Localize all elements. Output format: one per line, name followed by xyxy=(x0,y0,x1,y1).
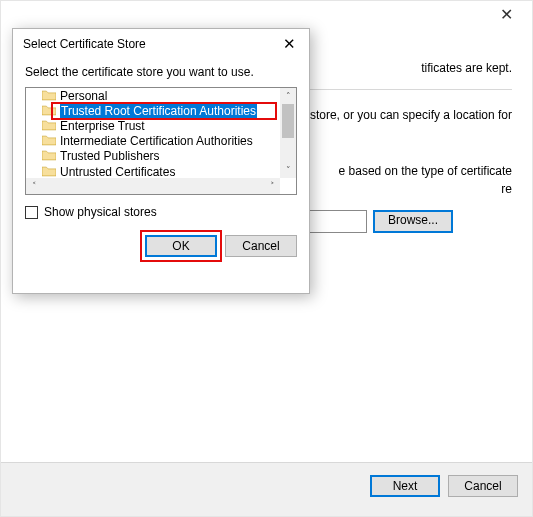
wizard-close-button[interactable]: ✕ xyxy=(486,3,526,27)
ok-button[interactable]: OK xyxy=(145,235,217,257)
vertical-scrollbar[interactable]: ˄ ˅ xyxy=(280,88,296,178)
tree-item[interactable]: Enterprise Trust xyxy=(26,118,280,133)
folder-icon xyxy=(42,105,56,116)
select-certificate-store-dialog: Select Certificate Store ✕ Select the ce… xyxy=(12,28,310,294)
folder-icon xyxy=(42,166,56,177)
tree-item[interactable]: Untrusted Certificates xyxy=(26,164,280,178)
dialog-titlebar: Select Certificate Store ✕ xyxy=(13,29,309,59)
folder-icon xyxy=(42,120,56,131)
tree-item[interactable]: Personal xyxy=(26,88,280,103)
dialog-cancel-button[interactable]: Cancel xyxy=(225,235,297,257)
scroll-up-icon[interactable]: ˄ xyxy=(280,88,296,104)
folder-icon xyxy=(42,90,56,101)
wizard-cancel-button[interactable]: Cancel xyxy=(448,475,518,497)
next-button[interactable]: Next xyxy=(370,475,440,497)
horizontal-scrollbar[interactable]: ˂ ˃ xyxy=(26,178,280,194)
tree-item-label: Enterprise Trust xyxy=(60,119,145,133)
dialog-instruction: Select the certificate store you want to… xyxy=(13,59,309,87)
scroll-right-icon[interactable]: ˃ xyxy=(264,178,280,194)
show-physical-stores-row: Show physical stores xyxy=(25,205,297,219)
scroll-left-icon[interactable]: ˂ xyxy=(26,178,42,194)
tree-item-label: Personal xyxy=(60,89,107,103)
folder-icon xyxy=(42,135,56,146)
dialog-close-button[interactable]: ✕ xyxy=(275,35,303,53)
show-physical-stores-label: Show physical stores xyxy=(44,205,157,219)
dialog-button-row: OK Cancel xyxy=(13,219,309,257)
tree-item[interactable]: Trusted Publishers xyxy=(26,148,280,163)
browse-button[interactable]: Browse... xyxy=(373,210,453,233)
tree-item-label: Intermediate Certification Authorities xyxy=(60,134,253,148)
tree-viewport[interactable]: PersonalTrusted Root Certification Autho… xyxy=(26,88,280,178)
tree-item-label: Trusted Root Certification Authorities xyxy=(60,104,257,118)
wizard-titlebar: ✕ xyxy=(1,1,532,31)
tree-item-label: Trusted Publishers xyxy=(60,149,160,163)
tree-item[interactable]: Trusted Root Certification Authorities xyxy=(26,103,280,118)
scroll-down-icon[interactable]: ˅ xyxy=(280,162,296,178)
certificate-store-tree: PersonalTrusted Root Certification Autho… xyxy=(25,87,297,195)
wizard-footer: Next Cancel xyxy=(1,462,532,516)
show-physical-stores-checkbox[interactable] xyxy=(25,206,38,219)
dialog-title: Select Certificate Store xyxy=(23,37,146,51)
tree-item[interactable]: Intermediate Certification Authorities xyxy=(26,133,280,148)
tree-item-label: Untrusted Certificates xyxy=(60,165,175,179)
scroll-thumb[interactable] xyxy=(282,104,294,138)
folder-icon xyxy=(42,150,56,161)
